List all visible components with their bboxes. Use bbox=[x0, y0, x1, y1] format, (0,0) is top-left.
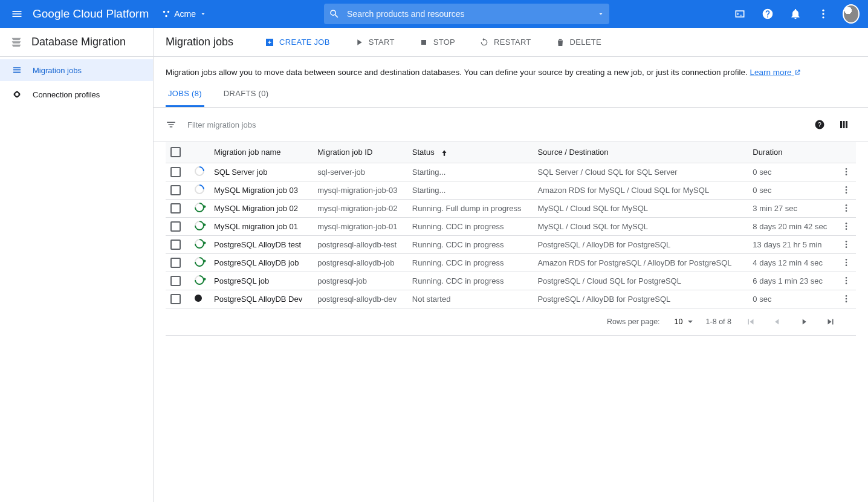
table-row: PostgreSQL AlloyDB jobpostgresql-alloydb… bbox=[166, 253, 856, 272]
table-row: PostgreSQL AlloyDB testpostgresql-alloyd… bbox=[166, 235, 856, 253]
cell-name[interactable]: PostgreSQL AlloyDB job bbox=[209, 253, 313, 272]
cell-id: mysql-migration-job-03 bbox=[313, 181, 407, 199]
cell-name[interactable]: MySQL Migration job 02 bbox=[209, 199, 313, 217]
sidebar-item-icon bbox=[12, 65, 22, 75]
running-progress-icon bbox=[193, 236, 207, 250]
row-menu-button[interactable] bbox=[837, 290, 856, 308]
more-button[interactable] bbox=[811, 2, 835, 26]
search-input[interactable] bbox=[346, 8, 597, 19]
svg-point-11 bbox=[846, 186, 847, 188]
table-row: PostgreSQL jobpostgresql-jobRunning. CDC… bbox=[166, 272, 856, 290]
account-button[interactable] bbox=[839, 2, 863, 26]
filter-input[interactable] bbox=[186, 120, 808, 130]
delete-button[interactable]: DELETE bbox=[551, 34, 606, 51]
row-menu-button[interactable] bbox=[837, 253, 856, 272]
svg-point-0 bbox=[163, 11, 166, 13]
row-checkbox[interactable] bbox=[166, 217, 190, 235]
cell-status: Running. CDC in progress bbox=[407, 235, 533, 253]
tabs: JOBS (8)DRAFTS (0) bbox=[154, 82, 868, 108]
stop-button[interactable]: STOP bbox=[414, 34, 460, 51]
help-button[interactable] bbox=[756, 2, 780, 26]
cell-source-dest: MySQL / Cloud SQL for MySQL bbox=[533, 199, 748, 217]
rows-per-page-select[interactable]: 10 bbox=[672, 316, 694, 327]
main-menu-button[interactable] bbox=[5, 2, 29, 26]
learn-more-link[interactable]: Learn more bbox=[750, 68, 802, 77]
tab-drafts[interactable]: DRAFTS (0) bbox=[221, 82, 271, 107]
restart-button[interactable]: RESTART bbox=[474, 34, 536, 51]
row-checkbox[interactable] bbox=[166, 272, 190, 290]
pagination-range: 1-8 of 8 bbox=[706, 318, 731, 326]
column-display-button[interactable] bbox=[832, 112, 856, 137]
cell-source-dest: Amazon RDS for MySQL / Cloud SQL for MyS… bbox=[533, 181, 748, 199]
next-page-button[interactable] bbox=[797, 315, 811, 329]
row-menu-button[interactable] bbox=[837, 181, 856, 199]
cell-status: Running. CDC in progress bbox=[407, 272, 533, 290]
row-checkbox[interactable] bbox=[166, 290, 190, 308]
row-menu-button[interactable] bbox=[837, 272, 856, 290]
svg-point-26 bbox=[846, 277, 847, 279]
cell-name[interactable]: PostgreSQL AlloyDB Dev bbox=[209, 290, 313, 308]
external-link-icon bbox=[794, 69, 801, 76]
filter-icon bbox=[166, 119, 177, 130]
col-status[interactable]: Status bbox=[407, 142, 533, 163]
svg-point-20 bbox=[846, 241, 847, 243]
notifications-button[interactable] bbox=[783, 2, 808, 26]
cell-id: mysql-migration-job-01 bbox=[313, 217, 407, 235]
svg-point-22 bbox=[846, 246, 847, 248]
cell-status: Starting... bbox=[407, 181, 533, 199]
starting-spinner-icon bbox=[193, 182, 207, 196]
first-page-button[interactable] bbox=[743, 315, 758, 329]
filter-help-button[interactable]: ? bbox=[808, 112, 832, 137]
cell-duration: 8 days 20 min 42 sec bbox=[748, 217, 837, 235]
project-selector[interactable]: Acme bbox=[157, 7, 212, 21]
delete-icon bbox=[555, 37, 565, 47]
last-page-button[interactable] bbox=[823, 315, 838, 329]
prev-page-button[interactable] bbox=[770, 315, 785, 329]
cell-duration: 3 min 27 sec bbox=[748, 199, 837, 217]
row-checkbox[interactable] bbox=[166, 253, 190, 272]
running-progress-icon bbox=[193, 218, 207, 232]
avatar bbox=[843, 4, 860, 24]
header-select-all[interactable] bbox=[166, 142, 190, 163]
stop-label: STOP bbox=[433, 37, 455, 47]
col-duration[interactable]: Duration bbox=[748, 142, 837, 163]
cell-id: postgresql-alloydb-dev bbox=[313, 290, 407, 308]
running-progress-icon bbox=[193, 273, 207, 287]
row-checkbox[interactable] bbox=[166, 181, 190, 199]
sidebar-item-connection-profiles[interactable]: Connection profiles bbox=[0, 83, 153, 105]
col-name[interactable]: Migration job name bbox=[209, 142, 313, 163]
col-source-dest[interactable]: Source / Destination bbox=[533, 142, 748, 163]
cell-status: Starting... bbox=[407, 163, 533, 181]
row-checkbox[interactable] bbox=[166, 163, 190, 181]
cloud-console-header: Google Cloud Platform Acme bbox=[0, 0, 868, 28]
start-button[interactable]: START bbox=[349, 34, 400, 51]
row-menu-button[interactable] bbox=[837, 217, 856, 235]
delete-label: DELETE bbox=[570, 37, 601, 47]
row-menu-button[interactable] bbox=[837, 235, 856, 253]
cell-name[interactable]: MySQL Migration job 03 bbox=[209, 181, 313, 199]
sidebar: Database Migration Migration jobsConnect… bbox=[0, 28, 154, 502]
stop-icon bbox=[419, 37, 429, 47]
cell-name[interactable]: PostgreSQL job bbox=[209, 272, 313, 290]
pagination: Rows per page: 10 1-8 of 8 bbox=[166, 308, 856, 336]
cell-name[interactable]: SQL Server job bbox=[209, 163, 313, 181]
chevron-down-icon bbox=[597, 10, 604, 18]
svg-point-3 bbox=[822, 10, 824, 11]
cloud-shell-button[interactable] bbox=[728, 2, 752, 26]
cell-name[interactable]: PostgreSQL AlloyDB test bbox=[209, 235, 313, 253]
row-menu-button[interactable] bbox=[837, 163, 856, 181]
svg-point-15 bbox=[846, 207, 847, 209]
tab-jobs[interactable]: JOBS (8) bbox=[166, 82, 204, 107]
create-job-button[interactable]: CREATE JOB bbox=[260, 34, 335, 51]
search-box[interactable] bbox=[324, 4, 609, 24]
row-checkbox[interactable] bbox=[166, 235, 190, 253]
filter-row: ? bbox=[154, 108, 868, 142]
svg-point-28 bbox=[846, 282, 847, 284]
col-id[interactable]: Migration job ID bbox=[313, 142, 407, 163]
row-menu-button[interactable] bbox=[837, 199, 856, 217]
sidebar-item-migration-jobs[interactable]: Migration jobs bbox=[0, 59, 153, 81]
row-checkbox[interactable] bbox=[166, 199, 190, 217]
add-icon bbox=[265, 37, 274, 47]
cell-name[interactable]: MySQL migration job 01 bbox=[209, 217, 313, 235]
sort-ascending-icon bbox=[440, 148, 449, 157]
